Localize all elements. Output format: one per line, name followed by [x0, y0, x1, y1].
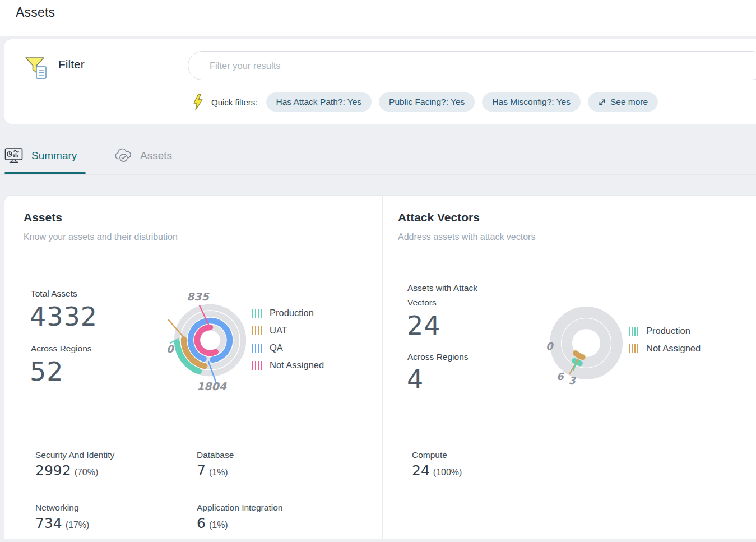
see-more-label: See more: [610, 97, 648, 107]
legend-item-production[interactable]: Production: [629, 322, 701, 340]
filter-funnel-icon: [22, 54, 50, 84]
filter-panel: Filter Quick filters: Has Attack Path?: …: [4, 39, 756, 124]
total-assets-value: 4332: [30, 301, 98, 333]
panel-divider: [382, 196, 383, 539]
legend-item-not-assigned[interactable]: Not Assigned: [252, 356, 324, 374]
legend-item-qa[interactable]: QA: [252, 339, 324, 356]
legend-label: Production: [646, 326, 690, 336]
breakdown-number: 2992: [35, 462, 71, 479]
not-assigned-stripe-icon: [629, 344, 640, 353]
production-stripe-icon: [629, 327, 640, 336]
legend-label: UAT: [270, 325, 287, 336]
breakdown-number: 6: [197, 515, 206, 531]
see-more-button[interactable]: See more: [588, 92, 658, 112]
production-stripe-icon: [252, 309, 263, 318]
legend-label: QA: [270, 342, 283, 353]
breakdown-number: 7: [197, 462, 206, 479]
uat-stripe-icon: [252, 326, 263, 335]
breakdown-number: 24: [412, 462, 430, 479]
breakdown-value: 7(1%): [197, 462, 228, 479]
legend-item-uat[interactable]: UAT: [252, 322, 324, 339]
quick-filter-chip-public-facing[interactable]: Public Facing?: Yes: [379, 92, 475, 112]
across-regions-label: Across Regions: [31, 344, 92, 354]
breakdown-number: 734: [35, 515, 62, 531]
tabs-row: Summary Assets: [0, 137, 756, 175]
breakdown-label: Security And Identity: [35, 450, 114, 460]
attack-vectors-section-title: Attack Vectors: [398, 211, 480, 224]
chart-label-not-assigned-value: 6: [556, 370, 564, 382]
quick-filters-row: Quick filters: Has Attack Path?: Yes Pub…: [192, 92, 658, 112]
chip-label: Has Attack Path?: Yes: [276, 97, 362, 107]
chart-label-production-value: 3: [569, 375, 576, 386]
summary-dashboard-icon: [4, 147, 24, 164]
filter-input-wrap: [188, 51, 756, 80]
legend-item-not-assigned[interactable]: Not Assigned: [629, 340, 701, 357]
assets-with-attack-vectors-label: Assets with Attack Vectors: [407, 281, 505, 310]
top-header: Assets: [0, 0, 756, 36]
legend-label: Not Assigned: [270, 360, 324, 370]
breakdown-label: Application Integration: [197, 503, 282, 513]
chip-label: Public Facing?: Yes: [389, 97, 465, 107]
tab-assets[interactable]: Assets: [114, 137, 172, 174]
chart-label-qa: 1804: [197, 380, 227, 392]
page-title: Assets: [16, 5, 55, 20]
filter-label: Filter: [58, 58, 85, 71]
breakdown-pct: (100%): [433, 467, 462, 477]
breakdown-value: 2992(70%): [35, 462, 98, 479]
not-assigned-stripe-icon: [252, 361, 263, 370]
total-assets-label: Total Assets: [31, 289, 77, 299]
legend-label: Production: [270, 308, 314, 318]
assets-section-subtitle: Know your assets and their distribution: [24, 232, 178, 242]
attack-vectors-radial-chart[interactable]: 0 6 3: [539, 295, 638, 403]
lightning-icon: [192, 93, 204, 111]
attack-vectors-section-subtitle: Address assets with attack vectors: [398, 232, 535, 242]
breakdown-value: 6(1%): [197, 515, 228, 531]
quick-filters-label: Quick filters:: [211, 98, 258, 107]
assets-distribution-radial-chart[interactable]: 835 1804 0: [165, 283, 251, 395]
chart-label-not-assigned: 835: [187, 290, 210, 303]
active-tab-underline: [4, 172, 86, 174]
qa-stripe-icon: [252, 344, 263, 353]
breakdown-label: Compute: [412, 450, 447, 460]
breakdown-pct: (1%): [209, 467, 228, 477]
breakdown-value: 734(17%): [35, 515, 89, 531]
cloud-check-icon: [114, 148, 132, 163]
filter-input[interactable]: [188, 52, 756, 80]
assets-chart-legend: Production UAT QA Not Assigned: [252, 304, 324, 374]
expand-icon: [598, 98, 606, 106]
attack-across-regions-label: Across Regions: [407, 352, 469, 362]
quick-filter-chip-attack-path[interactable]: Has Attack Path?: Yes: [266, 92, 372, 112]
attack-across-regions-value: 4: [407, 364, 424, 396]
quick-filter-chip-misconfig[interactable]: Has Misconfig?: Yes: [482, 92, 581, 112]
tab-summary[interactable]: Summary: [4, 137, 77, 174]
tab-assets-label: Assets: [140, 150, 172, 162]
breakdown-pct: (70%): [75, 467, 99, 477]
across-regions-value: 52: [30, 356, 64, 388]
assets-section-title: Assets: [24, 211, 62, 224]
tab-summary-label: Summary: [31, 150, 77, 162]
assets-with-attack-vectors-value: 24: [407, 310, 441, 342]
legend-label: Not Assigned: [646, 343, 701, 354]
breakdown-label: Networking: [35, 503, 79, 513]
breakdown-pct: (1%): [209, 520, 228, 530]
breakdown-label: Database: [197, 450, 234, 460]
breakdown-value: 24(100%): [412, 462, 462, 479]
chip-label: Has Misconfig?: Yes: [492, 97, 571, 107]
attack-chart-legend: Production Not Assigned: [629, 322, 701, 357]
summary-panel: Assets Know your assets and their distri…: [4, 196, 756, 539]
legend-item-production[interactable]: Production: [252, 304, 324, 322]
chart-label-production: 0: [166, 343, 175, 355]
breakdown-pct: (17%): [66, 520, 90, 530]
